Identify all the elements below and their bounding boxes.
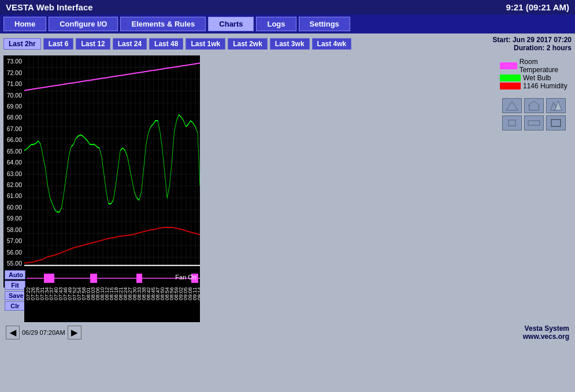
chart-icon-mountain[interactable] [502,98,522,113]
y-tick: 65.00 [5,147,23,157]
y-tick: 68.00 [5,113,23,123]
y-tick: 71.00 [5,79,23,89]
nav-btn-settings[interactable]: Settings [299,17,350,31]
bottom-date: 06/29 07:20AM [22,329,65,336]
svg-marker-69 [506,101,518,110]
nav-btn-configure-io[interactable]: Configure I/O [49,17,118,31]
svg-rect-60 [44,274,54,283]
chart-icon-mountains[interactable] [546,98,566,113]
y-tick: 60.00 [5,203,23,213]
y-tick: 70.00 [5,90,23,100]
ctrl-btn-fit[interactable]: Fit [5,281,25,290]
chart-canvas-area [24,55,200,269]
vesta-credit: Vesta System www.vecs.org [523,324,569,341]
time-btn-last-3wk[interactable]: Last 3wk [270,38,310,50]
start-line2: Duration: 2 hours [514,44,572,52]
legend-item: Wet Bulb [500,74,568,82]
x-tick: 09:14 [196,292,200,300]
y-tick: 58.00 [5,225,23,236]
svg-rect-62 [136,274,142,283]
chart-icon-wide-rect[interactable] [524,115,544,130]
ctrl-btn-save[interactable]: Save [5,291,25,300]
y-tick: 55.00 [5,259,23,269]
time-btn-last-24[interactable]: Last 24 [113,38,147,50]
chart-icon-house[interactable] [524,98,544,113]
legend-panel: Room TemperatureWet Bulb1146 Humidity [496,55,572,322]
chart-icon-open-square[interactable] [546,115,566,130]
y-tick: 63.00 [5,169,23,179]
time-btn-last-48[interactable]: Last 48 [149,38,183,50]
x-axis-labels: 07:2207:2607:2807:3107:3407:3707:4007:43… [24,288,200,322]
legend-item: Room Temperature [500,58,568,74]
legend-label: Room Temperature [520,58,568,74]
clock: 9:21 (09:21 AM) [506,2,569,12]
y-tick: 69.00 [5,102,23,112]
legend-color [500,83,521,89]
prev-arrow[interactable]: ◀ [6,326,20,339]
icon-row-1 [502,98,566,113]
legend-items: Room TemperatureWet Bulb1146 Humidity [500,58,568,90]
nav-btn-home[interactable]: Home [3,17,46,31]
time-btn-last-12[interactable]: Last 12 [76,38,110,50]
chart-svg [24,55,200,269]
time-btn-last-2hr[interactable]: Last 2hr [3,38,41,50]
next-arrow[interactable]: ▶ [68,326,81,339]
auto-fan-section: AutoFitSaveClr [3,269,200,288]
start-line1: Start: Jun 29 2017 07:20 [492,36,572,44]
legend-item: 1146 Humidity [500,82,568,90]
svg-rect-61 [90,274,97,283]
nav-btn-logs[interactable]: Logs [256,17,296,31]
y-tick: 72.00 [5,68,23,78]
svg-rect-74 [528,121,540,125]
fan-label: Fan On [175,274,196,281]
icon-row-2 [502,115,566,130]
legend-color [500,62,517,69]
legend-label: Wet Bulb [523,74,551,82]
time-button-bar: Last 2hrLast 6Last 12Last 24Last 48Last … [0,33,575,54]
main-area: 73.0072.0071.0070.0069.0068.0067.0066.00… [0,54,575,323]
svg-marker-70 [528,101,540,110]
y-tick: 57.00 [5,236,23,247]
time-btn-last-4wk[interactable]: Last 4wk [312,38,352,50]
nav-btn-charts[interactable]: Charts [208,17,254,31]
y-axis: 73.0072.0071.0070.0069.0068.0067.0066.00… [3,55,24,269]
legend-label: 1146 Humidity [523,82,567,90]
svg-marker-72 [555,101,562,110]
bottom-bar: ◀ 06/29 07:20AM ▶ Vesta System www.vecs.… [0,323,575,342]
time-btn-last-6[interactable]: Last 6 [43,38,74,50]
chart-icon-small-square[interactable] [502,115,522,130]
svg-rect-73 [509,120,515,126]
fan-canvas: Fan On [27,269,200,288]
nav-btn-elements--rules[interactable]: Elements & Rules [120,17,206,31]
time-btn-last-1wk[interactable]: Last 1wk [186,38,225,50]
y-tick: 67.00 [5,124,23,135]
y-tick: 61.00 [5,191,23,201]
y-tick: 64.00 [5,158,23,168]
ctrl-btn-auto[interactable]: Auto [5,270,25,279]
y-tick: 66.00 [5,135,23,145]
y-tick: 59.00 [5,214,23,224]
app-title: VESTA Web Interface [6,2,93,12]
y-tick: 56.00 [5,247,23,257]
svg-rect-75 [551,120,561,126]
left-controls: AutoFitSaveClr [3,269,27,288]
x-axis-area: 07:2207:2607:2807:3107:3407:3707:4007:43… [3,288,200,322]
chart-container: 73.0072.0071.0070.0069.0068.0067.0066.00… [3,55,496,322]
start-info: Start: Jun 29 2017 07:20Duration: 2 hour… [492,36,572,52]
legend-color [500,74,521,81]
chart-wrapper: 73.0072.0071.0070.0069.0068.0067.0066.00… [3,55,496,322]
y-tick: 73.00 [5,57,23,67]
nav-arrows: ◀ 06/29 07:20AM ▶ [6,326,81,339]
ctrl-btn-clr[interactable]: Clr [5,301,25,311]
y-tick: 62.00 [5,180,23,191]
time-btn-last-2wk[interactable]: Last 2wk [228,38,268,50]
nav-bar: HomeConfigure I/OElements & RulesChartsL… [0,14,575,33]
icon-panel [500,98,568,130]
